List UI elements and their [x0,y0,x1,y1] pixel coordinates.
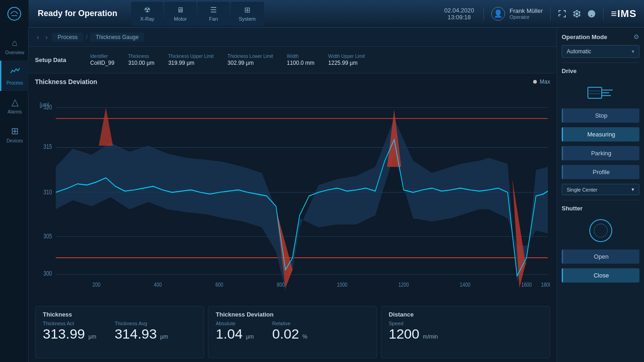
deviation-rel-label: Relative [272,321,308,326]
svg-text:305: 305 [43,232,52,240]
deviation-abs-value: 1.04 [216,326,242,341]
close-button[interactable]: Close [562,268,639,283]
breadcrumb-forward[interactable]: › [44,33,50,42]
breadcrumb-back[interactable]: ‹ [35,33,41,42]
setup-thickness-value: 310.00 µm [128,60,155,66]
topbar-actions [551,10,603,18]
thickness-avg-item: Thickness Avg 314.93 µm [115,321,168,341]
distance-card-title: Distance [389,311,542,318]
svg-point-0 [8,7,21,20]
topbar: Ready for Operation ☢ X-Ray 🖥 Motor ☰ Fa… [0,0,644,28]
deviation-abs-item: Absolute 1.04 µm [216,321,254,341]
drive-icon [562,79,639,104]
deviation-rel-unit: % [303,334,308,340]
thickness-act-label: Thickness Act [43,321,96,326]
chart-container: 320 315 310 305 300 [µm] [35,88,550,294]
svg-rect-29 [588,87,602,98]
expand-icon[interactable] [558,10,566,18]
legend-dot [533,80,537,84]
brand: ≡IMS [603,8,644,20]
chart-legend: Max [533,79,550,85]
alarms-icon: △ [12,96,18,107]
nav-motor[interactable]: 🖥 Motor [164,2,196,26]
thickness-avg-value: 314.93 [115,326,157,341]
svg-text:1400: 1400 [460,281,471,288]
svg-text:1200: 1200 [398,281,409,288]
sidebar-process-label: Process [6,80,23,85]
setup-width-value: 1100.0 mm [287,60,315,66]
scan-mode-value: Single Center [567,187,598,192]
setup-data: Setup Data Identifier CoilID_99 Thicknes… [29,47,557,74]
svg-text:400: 400 [154,281,162,288]
shutter-circle [589,219,612,242]
deviation-abs-label: Absolute [216,321,254,326]
app-title: Ready for Operation [29,9,126,18]
operation-mode-value: Automatic [567,48,591,55]
operation-mode-chevron-icon: ▾ [632,48,634,55]
setup-width-upper-label: Width Upper Limit [328,54,365,59]
setup-width-label: Width [287,54,315,59]
nav-xray-label: X-Ray [140,16,155,22]
breadcrumb-process[interactable]: Process [52,33,83,42]
setup-field-thickness-upper: Thickness Upper Limit 319.99 µm [168,54,214,66]
thickness-metric-row: Thickness Act 313.99 µm Thickness Avg 31… [43,321,196,341]
setup-thickness-label: Thickness [128,54,155,59]
thickness-avg-label: Thickness Avg [115,321,168,326]
setup-field-width-upper: Width Upper Limit 1225.99 µm [328,54,365,66]
metric-card-distance: Distance Speed 1200 m/min [381,306,550,358]
setup-field-thickness: Thickness 310.00 µm [128,54,155,66]
user-info: 👤 Frank Müller Operator [484,7,551,21]
operation-mode-header: Operation Mode ⚙ [562,33,639,40]
deviation-metric-row: Absolute 1.04 µm Relative 0.02 % [216,321,369,341]
top-nav: ☢ X-Ray 🖥 Motor ☰ Fan ⊞ System [131,2,264,26]
metric-card-deviation: Thickness Deviation Absolute 1.04 µm Rel… [208,306,377,358]
thickness-act-item: Thickness Act 313.99 µm [43,321,96,341]
operation-mode-gear-icon[interactable]: ⚙ [633,33,639,40]
chart-header: Thickness Deviation Max [35,78,550,85]
nav-xray[interactable]: ☢ X-Ray [131,2,163,26]
chart-title: Thickness Deviation [35,78,97,85]
settings-icon[interactable] [573,10,581,18]
user-role: Operator [510,14,543,20]
operation-mode-dropdown[interactable]: Automatic ▾ [562,45,639,58]
speed-label: Speed [389,321,438,326]
nav-motor-label: Motor [174,16,187,22]
open-button[interactable]: Open [562,249,639,264]
thickness-act-value: 313.99 [43,326,85,341]
setup-identifier-label: Identifier [90,54,115,59]
deviation-rel-item: Relative 0.02 % [272,321,308,341]
deviation-abs-unit: µm [246,334,254,340]
devices-icon: ⊞ [11,125,19,136]
measuring-button[interactable]: Measuring [562,127,639,141]
xray-icon: ☢ [144,6,150,14]
svg-text:300: 300 [43,270,52,277]
nav-system[interactable]: ⊞ System [230,2,264,26]
svg-text:[µm]: [µm] [40,101,49,108]
sidebar-item-process[interactable]: Process [0,61,29,91]
logo [0,0,29,28]
nav-fan[interactable]: ☰ Fan [197,2,230,26]
sidebar-item-alarms[interactable]: △ Alarms [0,91,29,120]
shutter-icon [562,216,639,245]
svg-text:1600: 1600 [521,281,532,288]
user-avatar-icon: 👤 [491,7,505,21]
breadcrumb-thickness-gauge[interactable]: Thickness Gauge [90,33,144,42]
parking-button[interactable]: Parking [562,146,639,160]
setup-thickness-lower-value: 302.99 µm [228,60,273,66]
setup-identifier-value: CoilID_99 [90,60,115,66]
sidebar-alarms-label: Alarms [7,109,22,114]
setup-thickness-lower-label: Thickness Lower Limit [228,54,273,59]
stop-button[interactable]: Stop [562,108,639,123]
deviation-rel-value: 0.02 [272,326,299,341]
bottom-metrics: Thickness Thickness Act 313.99 µm Thickn… [29,302,557,362]
user-name: Frank Müller [510,7,543,14]
scan-mode-dropdown[interactable]: Single Center ▾ [562,184,639,195]
sidebar-item-overview[interactable]: ⌂ Overview [0,32,29,61]
speed-value: 1200 [389,326,420,341]
shutter-inner-circle [594,224,608,238]
help-icon[interactable] [587,10,596,18]
overview-icon: ⌂ [12,38,17,48]
chart-svg: 320 315 310 305 300 [µm] [35,88,550,294]
profile-button[interactable]: Profile [562,165,639,179]
sidebar-item-devices[interactable]: ⊞ Devices [0,120,29,149]
